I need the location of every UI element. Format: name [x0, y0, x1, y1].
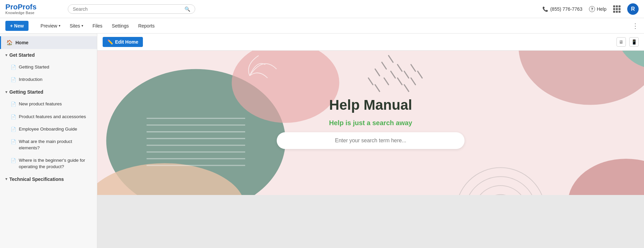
reports-label: Reports [138, 23, 155, 29]
item-label: Introduction [19, 77, 43, 83]
hero-banner: Help Manual Help is just a search away [97, 51, 644, 195]
svg-point-30 [474, 186, 527, 195]
search-input[interactable] [73, 6, 182, 12]
svg-line-27 [411, 78, 415, 85]
hero-content: Help Manual Help is just a search away [277, 97, 465, 149]
chevron-right-icon: ▾ [5, 177, 7, 181]
sidebar: 🏠 Home ▾ Get Started 📄 Getting Started 📄… [0, 34, 97, 248]
document-icon: 📄 [11, 127, 16, 133]
help-label: Help [597, 6, 606, 12]
svg-point-29 [483, 195, 519, 195]
preview-chevron: ▾ [59, 24, 60, 28]
document-icon: 📄 [11, 139, 16, 145]
svg-line-17 [388, 56, 393, 62]
sites-chevron: ▾ [82, 24, 83, 28]
svg-line-16 [382, 62, 386, 69]
new-button[interactable]: + New [5, 21, 29, 31]
item-label: Getting Started [19, 64, 49, 70]
main-layout: 🏠 Home ▾ Get Started 📄 Getting Started 📄… [0, 34, 644, 248]
svg-line-28 [418, 71, 422, 78]
nav-reports[interactable]: Reports [134, 20, 159, 31]
list-item[interactable]: 📄 New product features [0, 98, 97, 110]
content-icons: 🖥 📱 [616, 37, 639, 47]
more-options-icon[interactable]: ⋮ [632, 22, 639, 30]
chevron-down-icon: ▾ [5, 90, 7, 94]
logo-subtitle: Knowledge Base [5, 11, 35, 15]
top-right-area: 📞 (855) 776-7763 ? Help R [542, 3, 639, 15]
edit-home-label: Edit Home [115, 39, 138, 45]
section-get-started-label: Get Started [9, 52, 35, 58]
section-tech-specs-label: Technical Specifications [9, 177, 64, 182]
document-icon: 📄 [11, 64, 16, 70]
edit-home-bar: ✏️ Edit Home 🖥 📱 [97, 34, 644, 51]
phone-number: (855) 776-7763 [550, 6, 582, 12]
svg-line-24 [404, 71, 409, 78]
list-item[interactable]: 📄 What are the main product elements? [0, 136, 97, 154]
svg-line-26 [404, 85, 409, 91]
document-icon: 📄 [11, 114, 16, 120]
document-icon: 📄 [11, 101, 16, 107]
svg-line-21 [391, 71, 395, 78]
hero-title: Help Manual [329, 97, 412, 113]
preview-label: Preview [41, 23, 57, 29]
phone-icon: 📞 [542, 6, 548, 12]
search-bar[interactable]: 🔍 [68, 4, 195, 14]
sites-label: Sites [70, 23, 80, 29]
list-item[interactable]: 📄 Product features and accessories [0, 111, 97, 123]
home-label: Home [15, 40, 29, 45]
chevron-down-icon: ▾ [5, 53, 7, 57]
item-label: Employee Onboarding Guide [19, 126, 77, 133]
svg-line-18 [368, 78, 373, 85]
top-bar: ProProfs Knowledge Base 🔍 📞 (855) 776-77… [0, 0, 644, 18]
list-item[interactable]: 📄 Employee Onboarding Guide [0, 123, 97, 136]
list-item[interactable]: 📄 Introduction [0, 73, 97, 86]
search-icon: 🔍 [184, 6, 190, 12]
section-getting-started-label: Getting Started [9, 89, 43, 95]
help-area[interactable]: ? Help [589, 6, 606, 12]
pencil-icon: ✏️ [107, 39, 113, 45]
item-label: What are the main product elements? [19, 139, 92, 151]
nav-files[interactable]: Files [89, 20, 107, 31]
svg-point-5 [568, 159, 644, 195]
svg-line-19 [375, 85, 379, 91]
mobile-icon[interactable]: 📱 [629, 37, 639, 47]
item-label: Where is the beginner's guide for operat… [19, 157, 92, 170]
svg-point-0 [519, 51, 644, 105]
sidebar-section-get-started[interactable]: ▾ Get Started [0, 49, 97, 61]
files-label: Files [93, 23, 103, 29]
logo: ProProfs Knowledge Base [5, 3, 52, 15]
document-icon: 📄 [11, 77, 16, 83]
help-icon: ? [589, 6, 595, 12]
hero-subtitle: Help is just a search away [329, 119, 412, 127]
svg-line-15 [375, 69, 379, 76]
secondary-nav: + New Preview ▾ Sites ▾ Files Settings R… [0, 18, 644, 34]
list-item[interactable]: 📄 Where is the beginner's guide for oper… [0, 154, 97, 173]
sidebar-section-tech-specs[interactable]: ▾ Technical Specifications [0, 173, 97, 185]
sidebar-item-home[interactable]: 🏠 Home [0, 36, 97, 49]
item-label: New product features [19, 101, 62, 107]
svg-point-32 [456, 168, 545, 195]
grid-icon[interactable] [613, 5, 621, 13]
phone-area[interactable]: 📞 (855) 776-7763 [542, 6, 582, 12]
logo-text: ProProfs [5, 3, 37, 11]
desktop-icon[interactable]: 🖥 [616, 37, 626, 47]
document-icon: 📄 [11, 158, 16, 164]
settings-label: Settings [112, 23, 129, 29]
svg-line-20 [384, 78, 388, 85]
svg-line-23 [397, 78, 402, 85]
home-icon: 🏠 [6, 40, 13, 46]
edit-home-button[interactable]: ✏️ Edit Home [103, 37, 143, 47]
item-label: Product features and accessories [19, 114, 86, 120]
svg-line-25 [411, 64, 415, 71]
hero-search-input[interactable] [277, 132, 465, 149]
nav-preview[interactable]: Preview ▾ [37, 20, 64, 31]
nav-settings[interactable]: Settings [108, 20, 133, 31]
user-avatar[interactable]: R [627, 3, 639, 15]
content-area: ✏️ Edit Home 🖥 📱 [97, 34, 644, 248]
list-item[interactable]: 📄 Getting Started [0, 61, 97, 73]
nav-sites[interactable]: Sites ▾ [66, 20, 87, 31]
svg-line-22 [397, 64, 402, 71]
sidebar-section-getting-started[interactable]: ▾ Getting Started [0, 86, 97, 98]
